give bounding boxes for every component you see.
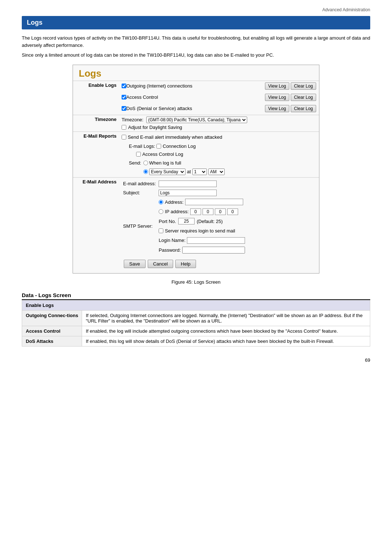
figure-caption: Figure 45: Logs Screen bbox=[22, 279, 370, 285]
email-addr-row: E-mail address: bbox=[122, 179, 246, 188]
data-table-header-row: Enable Logs bbox=[22, 300, 370, 311]
send-label: Send: bbox=[129, 159, 141, 167]
page-number: 69 bbox=[22, 357, 370, 363]
password-label: Password: bbox=[159, 246, 181, 254]
page-header: Advanced Administration bbox=[22, 7, 370, 12]
send-when-row: Send: When log is full bbox=[122, 159, 316, 167]
data-row-desc: If enabled, the log will include attempt… bbox=[82, 326, 370, 336]
enable-logs-section: Enable Logs Outgoing (Internet) connecti… bbox=[73, 81, 319, 92]
port-input[interactable] bbox=[178, 218, 195, 224]
login-row: Login Name: bbox=[159, 236, 245, 244]
email-address-label: E-Mail Address bbox=[73, 177, 120, 256]
subject-input[interactable] bbox=[159, 190, 217, 196]
advanced-admin-label: Advanced Administration bbox=[322, 7, 370, 12]
data-table-body: Outgoing Connec-tionsIf selected, Outgoi… bbox=[22, 311, 370, 347]
port-row: Port No. (Default: 25) bbox=[159, 217, 245, 226]
ampm-select[interactable]: AM bbox=[208, 169, 225, 175]
dos-log-label: DoS (Denial or Service) attacks bbox=[126, 106, 192, 111]
adjust-daylight-label: Adjust for Daylight Saving bbox=[128, 125, 182, 130]
password-input[interactable] bbox=[182, 247, 245, 254]
port-default: (Default: 25) bbox=[197, 217, 223, 226]
email-addr-section: E-mail address: Subject: SMTP Server: bbox=[122, 179, 316, 255]
smtp-ip-row: IP address: bbox=[159, 207, 245, 216]
outgoing-log-buttons: View Log Clear Log bbox=[265, 82, 316, 90]
data-table-row: Outgoing Connec-tionsIf selected, Outgoi… bbox=[22, 311, 370, 326]
hour-select[interactable]: 1 bbox=[192, 169, 207, 175]
port-label: Port No. bbox=[159, 217, 176, 226]
logs-panel-title: Logs bbox=[73, 65, 319, 81]
bottom-buttons: Save Cancel Help bbox=[73, 256, 319, 270]
every-sunday-option: Every Sunday bbox=[143, 169, 185, 175]
access-control-buttons: View Log Clear Log bbox=[265, 94, 316, 101]
timezone-prefix: Timezone: bbox=[122, 117, 143, 122]
data-table-row: Access ControlIf enabled, the log will i… bbox=[22, 326, 370, 336]
when-log-full-radio[interactable] bbox=[143, 161, 148, 165]
logs-panel: Logs Enable Logs Outgoing (Internet) con… bbox=[73, 65, 319, 274]
subject-label: Subject: bbox=[122, 188, 157, 197]
cancel-button[interactable]: Cancel bbox=[148, 260, 173, 268]
every-sunday-row: Every Sunday at 1 AM bbox=[143, 168, 316, 176]
data-table: Enable Logs Outgoing Connec-tionsIf sele… bbox=[22, 300, 370, 347]
email-addr-field-label: E-mail address: bbox=[122, 179, 157, 188]
email-address-section: E-Mail Address E-mail address: Subject: bbox=[73, 177, 319, 256]
email-address-content: E-mail address: Subject: SMTP Server: bbox=[120, 177, 319, 256]
server-requires-row: Server requires login to send mail bbox=[159, 227, 245, 235]
timezone-label: Timezone bbox=[73, 115, 120, 131]
email-logs-label: E-mail Logs: bbox=[129, 142, 155, 150]
adjust-daylight-checkbox[interactable] bbox=[122, 125, 126, 130]
access-control-log-email-checkbox[interactable] bbox=[136, 152, 141, 157]
email-address-input[interactable] bbox=[159, 181, 217, 187]
dos-log-left: DoS (Denial or Service) attacks bbox=[122, 106, 192, 111]
subject-row: Subject: bbox=[122, 188, 246, 197]
smtp-address-row: Address: bbox=[159, 198, 245, 206]
server-requires-label: Server requires login to send mail bbox=[165, 227, 235, 235]
smtp-ip1[interactable] bbox=[190, 208, 201, 215]
data-row-term: Access Control bbox=[22, 326, 82, 336]
smtp-ip-label: IP address: bbox=[165, 207, 189, 216]
dos-log-item: DoS (Denial or Service) attacks View Log… bbox=[122, 105, 316, 112]
outgoing-log-left: Outgoing (Internet) connections bbox=[122, 83, 192, 89]
email-reports-content: Send E-mail alert immediately when attac… bbox=[120, 131, 319, 177]
dos-log-checkbox[interactable] bbox=[122, 106, 126, 111]
server-requires-checkbox[interactable] bbox=[159, 228, 163, 233]
smtp-address-label: Address: bbox=[165, 198, 183, 206]
data-row-desc: If selected, Outgoing Internet connectio… bbox=[82, 311, 370, 326]
help-button[interactable]: Help bbox=[175, 260, 196, 268]
email-logs-row: E-mail Logs: Connection Log bbox=[129, 142, 316, 150]
smtp-ip3[interactable] bbox=[215, 208, 226, 215]
dos-view-log-button[interactable]: View Log bbox=[265, 105, 289, 112]
dos-clear-log-button[interactable]: Clear Log bbox=[291, 105, 316, 112]
when-log-full-label: When log is full bbox=[149, 159, 181, 167]
smtp-address-input[interactable] bbox=[185, 199, 243, 205]
data-row-term: DoS Attacks bbox=[22, 336, 82, 347]
page-number-text: 69 bbox=[365, 357, 370, 363]
smtp-row: SMTP Server: Address: IP address: bbox=[122, 198, 246, 255]
outgoing-log-item: Outgoing (Internet) connections View Log… bbox=[122, 82, 316, 90]
at-label: at bbox=[187, 168, 191, 176]
access-clear-log-button[interactable]: Clear Log bbox=[291, 94, 316, 101]
smtp-ip4[interactable] bbox=[227, 208, 238, 215]
intro-para1: The Logs record various types of activit… bbox=[22, 35, 370, 49]
outgoing-log-checkbox[interactable] bbox=[122, 84, 126, 88]
access-control-log-left: Access Control bbox=[122, 94, 158, 100]
data-section-title: Data - Logs Screen bbox=[22, 292, 370, 300]
login-name-label: Login Name: bbox=[159, 236, 185, 244]
save-button[interactable]: Save bbox=[124, 260, 146, 268]
smtp-ip2[interactable] bbox=[203, 208, 213, 215]
access-control-checkbox[interactable] bbox=[122, 95, 126, 100]
when-log-full-option: When log is full bbox=[143, 159, 181, 167]
outgoing-log-label: Outgoing (Internet) connections bbox=[126, 83, 192, 89]
login-name-input[interactable] bbox=[187, 237, 245, 244]
smtp-ip-radio[interactable] bbox=[159, 209, 163, 214]
every-sunday-radio[interactable] bbox=[143, 169, 148, 174]
outgoing-clear-log-button[interactable]: Clear Log bbox=[291, 82, 316, 90]
connection-log-checkbox[interactable] bbox=[156, 144, 161, 149]
send-alert-checkbox[interactable] bbox=[122, 135, 126, 139]
access-view-log-button[interactable]: View Log bbox=[265, 94, 289, 101]
day-select[interactable]: Every Sunday bbox=[149, 169, 185, 175]
adjust-daylight-row: Adjust for Daylight Saving bbox=[122, 125, 316, 130]
smtp-address-radio[interactable] bbox=[159, 200, 163, 204]
outgoing-view-log-button[interactable]: View Log bbox=[265, 82, 289, 90]
timezone-select[interactable]: (GMT-08:00) Pacific Time(US, Canada); Ti… bbox=[146, 117, 247, 123]
email-reports-section: E-Mail Reports Send E-mail alert immedia… bbox=[73, 131, 319, 177]
